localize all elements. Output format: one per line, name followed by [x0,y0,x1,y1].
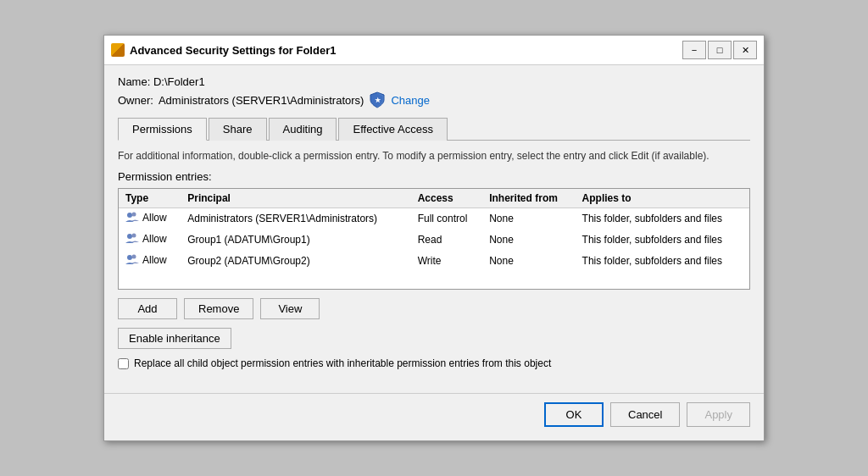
title-bar: Advanced Security Settings for Folder1 −… [104,36,764,65]
svg-point-1 [127,213,132,218]
cell-type: Allow [119,251,181,272]
svg-point-5 [127,255,132,260]
owner-value: Administrators (SERVER1\Administrators) [159,94,364,107]
cell-applies-to: This folder, subfolders and files [576,230,749,251]
cancel-button[interactable]: Cancel [610,402,680,427]
table-action-buttons: Add Remove View [118,298,750,319]
cell-applies-to: This folder, subfolders and files [576,208,749,230]
cell-type: Allow [119,208,181,230]
col-access: Access [411,189,483,208]
cell-access: Full control [411,208,483,230]
table-row[interactable]: Allow Administrators (SERVER1\Administra… [119,208,749,230]
name-row: Name: D:\Folder1 [118,75,750,88]
name-value: D:\Folder1 [153,75,205,88]
shield-icon: ★ [369,91,386,108]
name-label: Name: [118,75,150,88]
window-controls: − □ ✕ [682,41,757,59]
owner-label: Owner: [118,94,153,107]
cell-inherited: None [482,251,575,272]
svg-point-6 [132,254,136,258]
user-group-icon [125,232,139,246]
cell-access: Read [411,230,483,251]
ok-button[interactable]: OK [544,402,604,427]
tab-share[interactable]: Share [209,118,267,141]
tab-auditing[interactable]: Auditing [269,118,337,141]
section-label: Permission entries: [118,170,750,183]
enable-inheritance-button[interactable]: Enable inheritance [118,328,231,349]
minimize-button[interactable]: − [682,41,706,59]
col-inherited: Inherited from [482,189,575,208]
permission-table: Type Principal Access Inherited from App… [119,189,749,272]
change-link[interactable]: Change [391,94,430,107]
dialog-footer: OK Cancel Apply [104,393,764,437]
cell-access: Write [411,251,483,272]
permission-table-wrapper: Type Principal Access Inherited from App… [118,188,750,290]
type-with-icon: Allow [125,211,167,224]
view-button[interactable]: View [260,298,320,319]
maximize-button[interactable]: □ [708,41,732,59]
cell-inherited: None [482,230,575,251]
table-row[interactable]: Allow Group2 (ADATUM\Group2)WriteNoneThi… [119,251,749,272]
tab-bar: Permissions Share Auditing Effective Acc… [118,117,750,141]
cell-principal: Group2 (ADATUM\Group2) [181,251,410,272]
cell-principal: Group1 (ADATUM\Group1) [181,230,410,251]
close-button[interactable]: ✕ [733,41,757,59]
col-principal: Principal [181,189,410,208]
table-row[interactable]: Allow Group1 (ADATUM\Group1)ReadNoneThis… [119,230,749,251]
svg-point-4 [132,233,136,237]
replace-permissions-row: Replace all child object permission entr… [118,357,750,369]
col-type: Type [119,189,181,208]
remove-button[interactable]: Remove [184,298,253,319]
cell-inherited: None [482,208,575,230]
inheritance-button-wrapper: Enable inheritance [118,328,750,357]
svg-point-2 [132,212,136,216]
window-icon [111,43,125,57]
add-button[interactable]: Add [118,298,177,319]
dialog-window: Advanced Security Settings for Folder1 −… [103,35,765,441]
user-group-icon [125,253,139,267]
cell-type: Allow [119,230,181,251]
cell-applies-to: This folder, subfolders and files [576,251,749,272]
apply-button[interactable]: Apply [687,402,750,427]
cell-principal: Administrators (SERVER1\Administrators) [181,208,410,230]
user-group-icon [125,211,139,224]
svg-point-3 [127,234,132,239]
tab-permissions[interactable]: Permissions [118,118,207,141]
owner-row: Owner: Administrators (SERVER1\Administr… [118,91,750,108]
replace-permissions-checkbox[interactable] [118,358,129,369]
description-text: For additional information, double-click… [118,149,750,163]
replace-permissions-label: Replace all child object permission entr… [134,357,551,369]
table-header-row: Type Principal Access Inherited from App… [119,189,749,208]
window-title: Advanced Security Settings for Folder1 [130,44,677,57]
svg-text:★: ★ [375,97,381,104]
type-with-icon: Allow [125,232,167,246]
dialog-content: Name: D:\Folder1 Owner: Administrators (… [104,65,764,393]
type-with-icon: Allow [125,253,167,267]
tab-effective-access[interactable]: Effective Access [338,118,447,141]
col-applies: Applies to [576,189,749,208]
